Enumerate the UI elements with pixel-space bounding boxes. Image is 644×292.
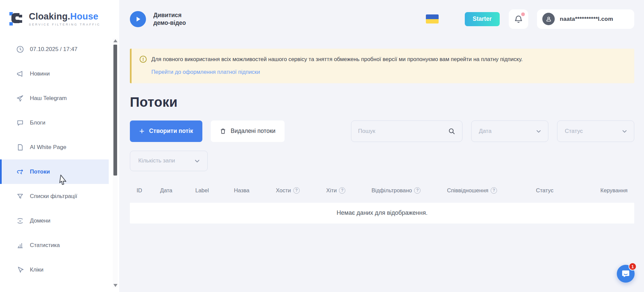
demo-video-label[interactable]: Дивитися демо-відео <box>153 11 186 27</box>
column-header-hits: Хіти? <box>326 187 371 194</box>
logo-title-dark: Cloaking. <box>29 11 70 21</box>
play-icon <box>135 16 141 22</box>
sidebar-item-clicks[interactable]: Кліки <box>0 257 109 282</box>
sidebar-item-statistics[interactable]: Статистика <box>0 233 109 257</box>
plan-badge-button[interactable]: Starter <box>465 12 500 26</box>
table-header-row: ID Дата Label Назва Хости? Хіти? Відфіль… <box>130 187 634 194</box>
clock-icon <box>16 45 24 53</box>
chat-smile-icon <box>621 269 630 278</box>
help-icon[interactable]: ? <box>293 187 300 194</box>
chat-unread-badge: 1 <box>629 262 637 271</box>
main-area: Дивитися демо-відео Starter naata*******… <box>119 0 644 292</box>
create-flow-button[interactable]: + Створити потік <box>130 120 202 142</box>
chevron-down-icon <box>536 129 541 134</box>
chevron-down-icon <box>622 129 627 134</box>
column-header-filtered: Відфільтровано? <box>371 187 447 194</box>
notifications-button[interactable] <box>509 9 528 29</box>
page-title: Потоки <box>130 95 634 110</box>
flows-icon <box>16 168 24 176</box>
records-count-label: Кількість запи <box>138 157 175 164</box>
topbar: Дивитися демо-відео Starter naata*******… <box>130 0 634 38</box>
plus-icon: + <box>139 127 144 135</box>
trash-icon <box>220 128 226 135</box>
user-icon <box>545 16 552 22</box>
notification-dot <box>521 12 525 16</box>
help-icon[interactable]: ? <box>339 187 345 194</box>
page-icon <box>16 143 24 151</box>
sidebar-item-label: AI White Page <box>30 144 66 151</box>
scroll-down-arrow-icon[interactable] <box>113 284 117 287</box>
chevron-down-icon <box>194 158 200 164</box>
megaphone-icon <box>16 70 24 78</box>
records-count-select[interactable]: Кількість запи <box>130 151 208 171</box>
empty-state-text: Немає даних для відображення. <box>337 209 428 216</box>
svg-text:w: w <box>19 219 21 222</box>
clicks-icon <box>16 266 24 274</box>
column-header-date: Дата <box>160 187 195 194</box>
app-window: Cloaking.House SERVICE FILTERING TRAFFIC… <box>0 0 644 292</box>
column-header-id: ID <box>137 187 160 194</box>
sidebar-item-label: Кліки <box>30 266 44 273</box>
sidebar-nav: 07.10.2025 / 17:47 Новини Наш Telegram Б… <box>0 37 119 282</box>
stats-icon <box>16 241 24 249</box>
column-header-actions: Керування <box>586 187 628 194</box>
sidebar-item-datetime: 07.10.2025 / 17:47 <box>0 37 109 61</box>
column-header-label: Label <box>195 187 234 194</box>
telegram-icon <box>16 94 24 102</box>
warning-icon: ! <box>140 56 147 63</box>
logo-tagline: SERVICE FILTERING TRAFFIC <box>29 23 101 26</box>
user-account-button[interactable]: naata**********l.com <box>537 9 634 29</box>
mouse-cursor <box>56 175 68 189</box>
topbar-right: Starter naata**********l.com <box>426 9 634 29</box>
domains-icon: w <box>16 217 24 225</box>
logo-icon <box>9 10 24 28</box>
column-header-status: Статус <box>536 187 586 194</box>
sidebar-item-domains[interactable]: w Домени <box>0 208 109 233</box>
search-icon[interactable] <box>448 128 455 135</box>
play-demo-button[interactable] <box>130 11 146 27</box>
logo-text: Cloaking.House SERVICE FILTERING TRAFFIC <box>29 11 101 26</box>
table-empty-state: Немає даних для відображення. <box>130 203 634 224</box>
trial-warning-banner: ! Для повного використання всіх можливос… <box>130 49 634 83</box>
chat-bubble-icon <box>16 119 24 127</box>
sidebar-item-label: Потоки <box>30 168 50 175</box>
sidebar: Cloaking.House SERVICE FILTERING TRAFFIC… <box>0 0 119 292</box>
sidebar-item-flows[interactable]: Потоки <box>0 159 109 184</box>
app-logo[interactable]: Cloaking.House SERVICE FILTERING TRAFFIC <box>0 0 119 34</box>
user-email: naata**********l.com <box>560 16 613 22</box>
date-filter-select[interactable]: Дата <box>471 120 548 142</box>
date-filter-label: Дата <box>479 128 492 135</box>
column-header-ratio: Співвідношення? <box>447 187 536 194</box>
banner-text: Для повного використання всіх можливосте… <box>151 55 523 63</box>
column-header-hosts: Хости? <box>276 187 326 194</box>
sidebar-item-ai-white-page[interactable]: AI White Page <box>0 135 109 159</box>
sidebar-item-news[interactable]: Новини <box>0 61 109 86</box>
sidebar-item-label: 07.10.2025 / 17:47 <box>30 46 78 53</box>
upgrade-subscription-link[interactable]: Перейти до оформлення платної підписки <box>151 69 260 75</box>
sidebar-item-label: Наш Telegram <box>30 95 67 102</box>
logo-title-blue: House <box>70 11 98 21</box>
status-filter-label: Статус <box>565 128 583 135</box>
search-input[interactable] <box>358 128 448 135</box>
scrollbar-thumb[interactable] <box>113 45 117 176</box>
actions-row: + Створити потік Видалені потоки Дата Ст… <box>130 120 634 142</box>
help-icon[interactable]: ? <box>491 187 497 194</box>
sidebar-item-blogs[interactable]: Блоги <box>0 110 109 135</box>
chat-launcher-button[interactable]: 1 <box>617 265 635 283</box>
sidebar-item-label: Статистика <box>30 242 60 249</box>
deleted-flows-button[interactable]: Видалені потоки <box>211 120 285 142</box>
sidebar-scrollbar[interactable] <box>113 39 118 288</box>
search-box <box>351 120 462 142</box>
avatar <box>542 13 555 25</box>
sidebar-item-label: Новини <box>30 70 50 77</box>
count-row: Кількість запи <box>130 151 634 171</box>
column-header-name: Назва <box>234 187 276 194</box>
language-flag-ukraine[interactable] <box>426 14 439 23</box>
scroll-up-arrow-icon[interactable] <box>113 39 117 42</box>
sidebar-item-telegram[interactable]: Наш Telegram <box>0 86 109 110</box>
help-icon[interactable]: ? <box>414 187 420 194</box>
sidebar-item-label: Списки фільтрації <box>30 193 77 200</box>
sidebar-item-filter-lists[interactable]: Списки фільтрації <box>0 184 109 208</box>
status-filter-select[interactable]: Статус <box>557 120 634 142</box>
filter-icon <box>16 192 24 200</box>
